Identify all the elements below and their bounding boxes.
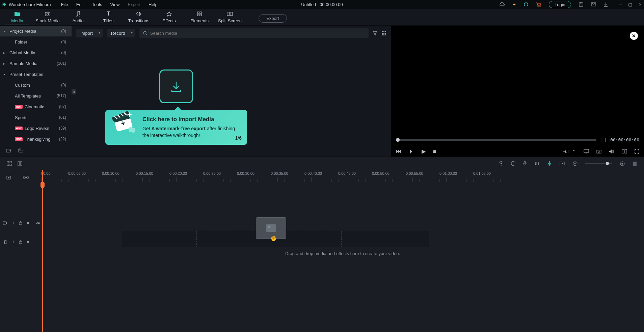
step-back-icon[interactable]: ⏵ bbox=[409, 148, 414, 155]
close-overlay-button[interactable]: ✕ bbox=[630, 32, 638, 40]
sidebar-item-sports[interactable]: Sports(61) bbox=[0, 112, 72, 123]
sidebar-item-thanksgiving[interactable]: HOTThanksgiving(22) bbox=[0, 134, 72, 144]
zoom-in-icon[interactable] bbox=[620, 161, 625, 166]
zoom-handle[interactable] bbox=[606, 162, 609, 165]
mute-icon[interactable] bbox=[27, 240, 31, 244]
tab-stock-media[interactable]: Stock Media bbox=[32, 11, 63, 25]
tab-split-screen[interactable]: Split Screen bbox=[215, 11, 245, 25]
sidebar-item-logo-reveal[interactable]: HOTLogo Reveal(39) bbox=[0, 123, 72, 134]
video-track-header[interactable]: 1 bbox=[0, 216, 41, 230]
app-logo-icon bbox=[2, 2, 7, 7]
scrub-handle[interactable] bbox=[396, 138, 400, 142]
tab-titles[interactable]: T Titles bbox=[93, 11, 124, 25]
add-marker-icon[interactable] bbox=[560, 161, 565, 166]
tab-audio[interactable]: Audio bbox=[63, 11, 93, 25]
close-icon[interactable]: ✕ bbox=[638, 2, 642, 7]
grid-view-icon[interactable] bbox=[381, 31, 386, 35]
audio-track-header[interactable]: 1 bbox=[0, 235, 41, 249]
stop-icon[interactable]: ■ bbox=[433, 148, 436, 155]
svg-rect-0 bbox=[579, 3, 583, 6]
menu-edit[interactable]: Edit bbox=[76, 2, 84, 7]
svg-rect-14 bbox=[383, 31, 384, 32]
maximize-icon[interactable]: ▢ bbox=[628, 2, 632, 7]
ruler-mark: 0:00:30:00 bbox=[237, 171, 254, 175]
record-dropdown[interactable]: Record bbox=[107, 29, 135, 37]
lock-icon[interactable] bbox=[19, 221, 22, 225]
sidebar-item-cinematic[interactable]: HOTCinematic(97) bbox=[0, 101, 72, 112]
compare-icon[interactable] bbox=[622, 149, 627, 154]
import-dropdown[interactable]: Import bbox=[76, 29, 103, 37]
lightbulb-icon[interactable]: ✦ bbox=[512, 2, 516, 7]
snapshot-icon[interactable] bbox=[596, 149, 601, 154]
play-icon[interactable]: ▶ bbox=[422, 148, 426, 155]
sidebar-item-folder[interactable]: Folder(0) bbox=[0, 36, 72, 47]
timeline-body[interactable]: 00:000:00:05:000:00:10:000:00:15:000:00:… bbox=[41, 170, 644, 332]
menu-help[interactable]: Help bbox=[149, 2, 158, 7]
split-icon[interactable] bbox=[547, 161, 552, 166]
zoom-out-icon[interactable] bbox=[572, 161, 578, 166]
playhead[interactable] bbox=[42, 170, 43, 332]
timeline-view-icon[interactable] bbox=[7, 161, 12, 166]
voiceover-mic-icon[interactable] bbox=[523, 161, 527, 166]
add-folder-icon[interactable] bbox=[6, 148, 11, 153]
download-icon[interactable] bbox=[603, 2, 608, 7]
filter-icon[interactable] bbox=[373, 31, 377, 35]
volume-icon[interactable] bbox=[609, 149, 614, 154]
menu-file[interactable]: File bbox=[61, 2, 68, 7]
audio-mixer-icon[interactable] bbox=[534, 161, 539, 166]
render-icon[interactable] bbox=[499, 161, 504, 166]
sidebar-item-custom[interactable]: Custom(0) bbox=[0, 80, 72, 90]
visibility-icon[interactable] bbox=[36, 222, 41, 225]
main-tabs: Media Stock Media Audio T Titles Transit… bbox=[0, 9, 644, 26]
track-link-icon[interactable] bbox=[23, 176, 29, 179]
minimize-icon[interactable]: ─ bbox=[619, 2, 622, 7]
import-media-button[interactable] bbox=[159, 70, 193, 103]
sidebar-item-global-media[interactable]: ▸Global Media(0) bbox=[0, 47, 72, 58]
mail-icon[interactable] bbox=[591, 2, 596, 6]
lock-icon[interactable] bbox=[19, 240, 22, 244]
svg-rect-47 bbox=[3, 222, 6, 225]
zoom-fit-icon[interactable] bbox=[633, 161, 637, 166]
open-folder-icon[interactable] bbox=[18, 148, 24, 153]
search-input[interactable] bbox=[150, 31, 365, 36]
svg-rect-18 bbox=[385, 33, 386, 34]
menu-export[interactable]: Export bbox=[128, 2, 140, 7]
sidebar-item-project-media[interactable]: ▾Project Media(0) bbox=[0, 26, 72, 36]
preview-panel: ✕ { } 00:00:00:00 ⏮ ⏵ ▶ ■ Full bbox=[391, 26, 644, 157]
marker-shield-icon[interactable] bbox=[511, 161, 515, 166]
cloud-icon[interactable] bbox=[500, 2, 505, 7]
playhead-handle[interactable] bbox=[41, 182, 45, 188]
login-button[interactable]: Login bbox=[549, 1, 571, 8]
tab-media[interactable]: Media bbox=[2, 11, 32, 25]
mute-icon[interactable] bbox=[27, 221, 31, 225]
headset-icon[interactable] bbox=[524, 2, 529, 7]
svg-rect-30 bbox=[622, 149, 624, 153]
menu-tools[interactable]: Tools bbox=[92, 2, 102, 7]
fullscreen-icon[interactable] bbox=[635, 149, 639, 154]
tab-effects[interactable]: Effects bbox=[154, 11, 184, 25]
save-icon[interactable] bbox=[579, 2, 584, 7]
mark-out-icon[interactable]: } bbox=[605, 137, 606, 142]
timeline-ruler[interactable]: 00:000:00:05:000:00:10:000:00:15:000:00:… bbox=[41, 170, 644, 185]
prev-frame-icon[interactable]: ⏮ bbox=[396, 148, 401, 155]
menu-view[interactable]: View bbox=[110, 2, 119, 7]
svg-point-41 bbox=[538, 163, 539, 164]
cart-icon[interactable] bbox=[536, 2, 541, 7]
mark-in-icon[interactable]: { bbox=[600, 137, 602, 142]
preview-quality-dropdown[interactable]: Full bbox=[560, 148, 576, 155]
display-icon[interactable] bbox=[584, 149, 589, 154]
track-add-icon[interactable] bbox=[6, 175, 11, 180]
zoom-slider[interactable] bbox=[585, 163, 612, 164]
tab-label: Effects bbox=[162, 18, 176, 23]
timeline-settings-icon[interactable] bbox=[17, 161, 23, 166]
scrub-track[interactable] bbox=[396, 139, 596, 141]
sidebar-item-preset-templates[interactable]: ▾Preset Templates bbox=[0, 69, 72, 80]
sidebar-item-all-templates[interactable]: All Templates(517) bbox=[0, 90, 72, 101]
tab-elements[interactable]: Elements bbox=[184, 11, 215, 25]
sidebar-collapse-button[interactable]: ◀ bbox=[72, 89, 76, 94]
sidebar-item-sample-media[interactable]: ▸Sample Media(101) bbox=[0, 58, 72, 69]
tab-transitions[interactable]: Transitions bbox=[124, 11, 154, 25]
media-panel: Import Record + bbox=[72, 26, 391, 157]
hot-badge: HOT bbox=[15, 105, 23, 109]
export-button[interactable]: Export bbox=[259, 14, 287, 23]
